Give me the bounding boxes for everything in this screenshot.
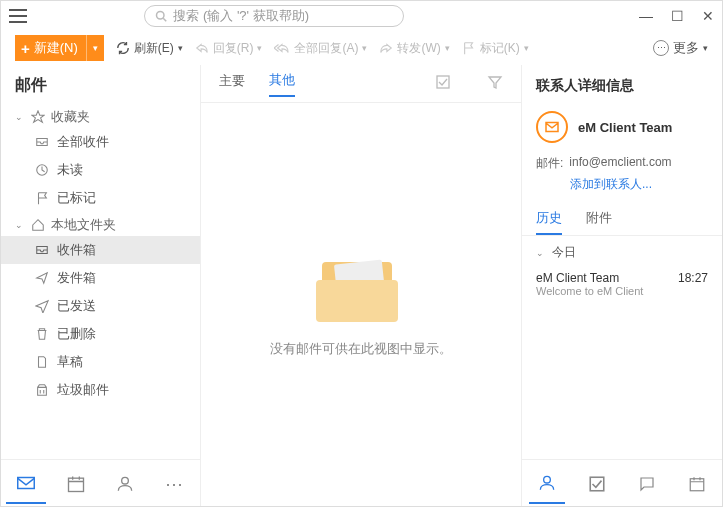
favorites-group[interactable]: ⌄ 收藏夹	[1, 104, 200, 128]
reply-all-icon	[274, 41, 290, 55]
flag-icon	[35, 191, 49, 205]
history-sender: eM Client Team	[536, 271, 619, 285]
dots-icon: ⋯	[165, 473, 185, 495]
sidebar-item-unread[interactable]: 未读	[1, 156, 200, 184]
reply-all-label: 全部回复(A)	[294, 40, 358, 57]
reply-label: 回复(R)	[213, 40, 254, 57]
search-icon	[155, 10, 167, 22]
search-input[interactable]: 搜索 (输入 '?' 获取帮助)	[144, 5, 404, 27]
forward-button[interactable]: 转发(W)▾	[379, 40, 449, 57]
sidebar-item-flagged[interactable]: 已标记	[1, 184, 200, 212]
minimize-button[interactable]: —	[639, 8, 653, 24]
refresh-button[interactable]: 刷新(E)▾	[116, 40, 183, 57]
local-folders-group[interactable]: ⌄ 本地文件夹	[1, 212, 200, 236]
close-button[interactable]: ✕	[702, 8, 714, 24]
more-icon: ⋯	[653, 40, 669, 56]
filter-icon	[487, 74, 503, 90]
sidebar-item-trash[interactable]: 已删除	[1, 320, 200, 348]
panel-nav-contact[interactable]	[529, 464, 565, 504]
new-button-label: 新建(N)	[34, 39, 78, 57]
svg-rect-3	[18, 477, 35, 488]
sidebar-item-label: 收件箱	[57, 241, 96, 259]
chevron-down-icon: ⌄	[536, 248, 546, 258]
panel-nav-agenda[interactable]	[679, 464, 715, 504]
send-icon	[35, 271, 49, 285]
empty-folder-icon	[316, 252, 406, 322]
sidebar-item-label: 已标记	[57, 189, 96, 207]
reply-button[interactable]: 回复(R)▾	[195, 40, 263, 57]
chat-icon	[638, 475, 656, 493]
svg-point-0	[157, 12, 165, 20]
tab-history[interactable]: 历史	[536, 203, 562, 235]
favorites-label: 收藏夹	[51, 108, 90, 126]
nav-contacts[interactable]	[105, 464, 145, 504]
svg-rect-9	[690, 478, 704, 490]
sidebar-item-label: 垃圾邮件	[57, 381, 109, 399]
history-time: 18:27	[678, 271, 708, 285]
person-icon	[115, 474, 135, 494]
star-icon	[31, 110, 45, 124]
sidebar-item-drafts[interactable]: 草稿	[1, 348, 200, 376]
svg-rect-8	[590, 477, 604, 491]
flag-icon	[462, 41, 476, 55]
reply-icon	[195, 41, 209, 55]
svg-point-7	[544, 476, 551, 483]
new-button[interactable]: + 新建(N)	[15, 35, 86, 61]
draft-icon	[35, 355, 49, 369]
checkbox-icon	[588, 475, 606, 493]
sidebar-item-label: 已发送	[57, 297, 96, 315]
contact-email: info@emclient.com	[569, 155, 671, 172]
menu-button[interactable]	[9, 9, 27, 23]
history-group-label: 今日	[552, 244, 576, 261]
refresh-label: 刷新(E)	[134, 40, 174, 57]
sidebar-item-all-inbox[interactable]: 全部收件	[1, 128, 200, 156]
checkbox-icon	[435, 74, 451, 90]
sidebar-item-sent[interactable]: 已发送	[1, 292, 200, 320]
maximize-button[interactable]: ☐	[671, 8, 684, 24]
filter-button[interactable]	[487, 74, 503, 93]
history-item[interactable]: eM Client Team 18:27 Welcome to eM Clien…	[522, 265, 722, 303]
sidebar-item-label: 全部收件	[57, 133, 109, 151]
history-subject: Welcome to eM Client	[536, 285, 708, 297]
nav-more[interactable]: ⋯	[155, 464, 195, 504]
mark-label: 标记(K)	[480, 40, 520, 57]
chevron-down-icon: ⌄	[15, 220, 25, 230]
tab-attachments[interactable]: 附件	[586, 203, 612, 235]
new-button-dropdown[interactable]: ▾	[86, 35, 104, 61]
sidebar-item-outbox[interactable]: 发件箱	[1, 264, 200, 292]
nav-mail[interactable]	[6, 464, 46, 504]
svg-rect-6	[437, 76, 449, 88]
tab-primary[interactable]: 主要	[219, 72, 245, 96]
empty-message: 没有邮件可供在此视图中显示。	[270, 340, 452, 358]
calendar-icon	[66, 474, 86, 494]
chevron-down-icon: ⌄	[15, 112, 25, 122]
home-icon	[31, 218, 45, 232]
panel-nav-chat[interactable]	[629, 464, 665, 504]
sidebar-item-label: 已删除	[57, 325, 96, 343]
nav-calendar[interactable]	[56, 464, 96, 504]
forward-label: 转发(W)	[397, 40, 440, 57]
plus-icon: +	[21, 40, 30, 57]
inbox-icon	[35, 135, 49, 149]
select-all-button[interactable]	[435, 74, 451, 93]
panel-nav-todo[interactable]	[579, 464, 615, 504]
sidebar-item-inbox[interactable]: 收件箱	[1, 236, 200, 264]
local-folders-label: 本地文件夹	[51, 216, 116, 234]
sidebar-item-label: 未读	[57, 161, 83, 179]
mark-button[interactable]: 标记(K)▾	[462, 40, 529, 57]
trash-icon	[35, 327, 49, 341]
forward-icon	[379, 41, 393, 55]
sidebar-item-label: 草稿	[57, 353, 83, 371]
svg-line-1	[164, 18, 167, 21]
mail-icon	[15, 472, 37, 494]
add-to-contacts-link[interactable]: 添加到联系人...	[522, 174, 722, 203]
contact-avatar-icon	[536, 111, 568, 143]
history-group-today[interactable]: ⌄ 今日	[522, 236, 722, 265]
search-placeholder: 搜索 (输入 '?' 获取帮助)	[173, 7, 309, 25]
more-button[interactable]: ⋯ 更多▾	[653, 39, 708, 57]
sidebar-item-junk[interactable]: 垃圾邮件	[1, 376, 200, 404]
inbox-icon	[35, 243, 49, 257]
tab-other[interactable]: 其他	[269, 71, 295, 97]
contact-email-label: 邮件:	[536, 155, 563, 172]
reply-all-button[interactable]: 全部回复(A)▾	[274, 40, 367, 57]
